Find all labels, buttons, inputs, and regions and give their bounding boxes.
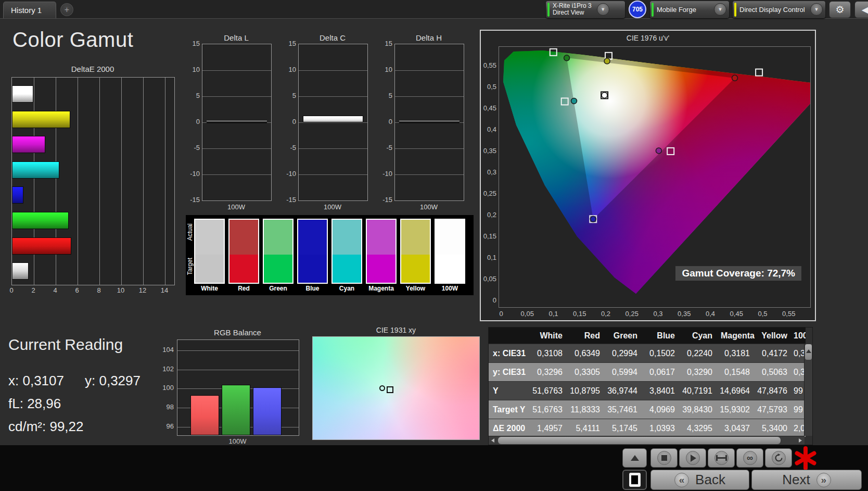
gamut-coverage-label: Gamut Coverage: [682,268,764,279]
delta-c-title: Delta C [298,33,367,42]
cell-value: 40,7191 [680,382,718,400]
deltae-bar-100w [12,85,33,103]
meter-line2: Direct View [553,9,592,16]
cell-value: 5,1745 [605,419,643,437]
x-tick-label: 0,05 [517,310,538,318]
y-tick-label: 100 [156,384,174,392]
deltae-bar-cyan [12,161,59,179]
chevron-down-icon[interactable]: ▼ [810,3,823,16]
current-reading-fl: fL: 28,96 [8,396,61,412]
scroll-left-icon[interactable] [489,436,497,445]
gear-icon[interactable]: ⚙ [829,1,851,18]
y-tick-label: 5 [284,92,296,99]
actual-swatch [229,220,258,255]
x-tick-label: 0,5 [752,310,773,318]
next-label: Next [782,472,810,488]
refresh-button[interactable] [765,448,792,468]
display-control-dropdown[interactable]: Direct Display Control ▼ [733,1,825,18]
row-label: Target Y [489,400,530,419]
y-tick-label: 10 [284,66,296,73]
chevron-down-icon[interactable]: ▼ [597,3,609,16]
delta_h-bar [399,121,459,123]
deltae-bar-yellow [12,111,70,128]
workflow-dropdown[interactable]: Mobile Forge ▼ [650,1,729,18]
expand-up-button[interactable] [622,448,647,468]
y-tick-label: -10 [284,170,296,178]
grid-line [78,78,78,285]
table-row: Y51,676310,879536,97443,840140,719114,69… [489,382,806,400]
column-header: Blue [643,328,680,344]
swatch-label: Yellow [400,285,431,292]
continuous-measure-button[interactable]: ∞ [736,448,763,468]
y-tick-label: -15 [187,196,200,204]
swatch-label: Red [228,285,259,292]
display-control-label: Direct Display Control [739,6,805,13]
title-bar: History 1 + X-Rite i1Pro 3 Direct View ▼… [0,0,868,19]
row-label: y: CIE31 [489,363,530,381]
cell-value: 51,6763 [530,400,568,419]
single-measure-button[interactable] [708,448,735,468]
grid-line [99,78,100,285]
tab-history-1[interactable]: History 1 [3,2,56,18]
measured-marker-green [564,55,570,61]
cell-value: 1,4957 [530,419,568,437]
y-tick-label: -15 [284,196,296,204]
rgb-balance-title: RGB Balance [177,328,298,337]
measured-marker [379,385,385,391]
refresh-icon [774,454,783,462]
grid-line [165,78,165,285]
meter-dropdown[interactable]: X-Rite i1Pro 3 Direct View ▼ [546,1,625,18]
swatch-box [194,219,225,284]
x-tick-label: 0,25 [621,310,642,318]
next-button[interactable]: Next » [751,470,862,490]
pattern-window-toggle[interactable] [622,470,647,490]
cell-value: 0,2240 [680,344,718,362]
add-tab-button[interactable]: + [60,3,73,16]
back-button[interactable]: « Back [650,470,749,490]
deltae-bar-red [12,237,71,255]
delta-l-plot [202,44,272,201]
y-tick-label: 0,3 [481,168,496,176]
grid-line [202,174,271,175]
table-vertical-scrollbar[interactable] [804,344,812,436]
scroll-up-thumb[interactable] [805,344,812,360]
delta-h-category: 100W [394,203,463,211]
target-swatch [264,255,292,283]
y-tick-label: 10 [380,66,392,73]
scroll-up-icon [806,349,811,353]
current-reading-cdm2: cd/m²: 99,22 [8,419,84,435]
cie1931-chart [312,336,480,440]
y-tick-label: -15 [380,196,392,204]
y-tick-label: 15 [187,40,200,47]
delta-c-category: 100W [298,203,367,211]
x-tick-label: 0,1 [543,310,564,318]
scroll-right-icon[interactable] [796,436,805,445]
grid-line [395,70,464,71]
x-tick-label: 8 [94,286,104,294]
cell-value: 0,3290 [680,363,718,381]
y-tick-label: -5 [187,144,200,152]
x-tick-label: 2 [28,286,39,294]
play-button[interactable] [679,448,706,468]
actual-swatch [367,220,395,255]
y-tick-label: 0,2 [481,211,496,219]
collapse-panel-icon[interactable]: ◀ [854,1,868,18]
table-horizontal-scrollbar[interactable] [489,436,805,445]
cie1976-chart-panel: CIE 1976 u'v' [480,30,816,321]
row-label: Y [489,382,530,400]
grid-line [395,174,464,175]
column-header [489,328,530,344]
grid-line [299,96,367,97]
y-tick-label: 15 [284,40,296,47]
column-header: White [530,328,568,344]
chevron-down-icon[interactable]: ▼ [714,3,726,16]
y-tick-label: 102 [156,365,174,373]
meter-badge[interactable]: 705 [629,1,646,18]
stop-button[interactable] [650,448,678,468]
deltae2000-chart-title: DeltaE 2000 [11,65,174,73]
actual-swatch [333,220,361,255]
current-reading-title: Current Reading [8,336,123,354]
page-title: Color Gamut [12,28,133,52]
horizontal-scroll-thumb[interactable] [498,437,781,444]
cell-value: 51,6763 [530,382,568,400]
